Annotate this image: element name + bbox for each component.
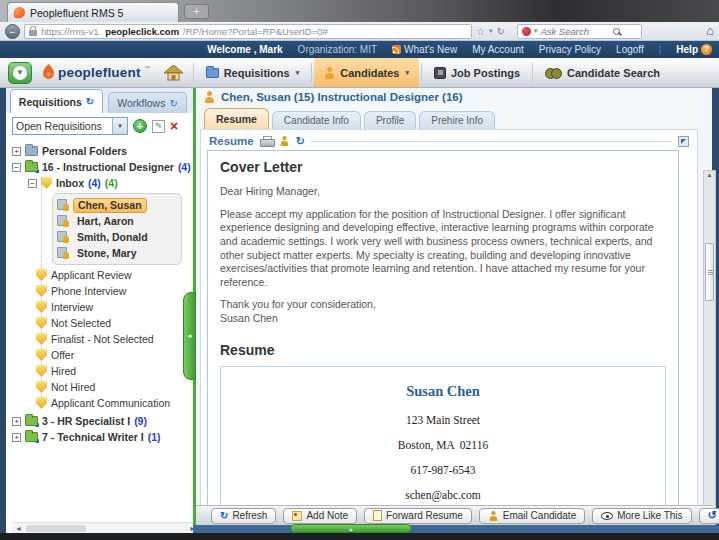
back-button[interactable]: ←	[5, 24, 20, 39]
whats-new-link[interactable]: What's New	[392, 44, 457, 55]
workflow-step-not-selected[interactable]: Not Selected	[36, 315, 193, 331]
url-path: /RP/Home?Portal=RP&UserID=0#	[183, 26, 328, 37]
help-link[interactable]: Help ?	[676, 44, 712, 55]
refresh-icon[interactable]: ↻	[86, 96, 94, 107]
page-body: Requisitions ↻ Workflows ↻ Open Requisit…	[0, 88, 719, 540]
workflow-step-offer[interactable]: Offer	[36, 347, 193, 363]
select-dropdown-icon[interactable]: ▾	[112, 118, 127, 134]
candidate-header-text: Chen, Susan (15) Instructional Designer …	[221, 91, 463, 103]
candidate-name[interactable]: Smith, Donald	[73, 231, 152, 244]
edit-button[interactable]: ✎	[152, 120, 165, 133]
tree-item-inbox[interactable]: − Inbox (4) (4)	[6, 175, 193, 191]
action-button-bar: ↻ Refresh Add Note Forward Resume Email …	[196, 505, 712, 525]
workflow-step-applicant-review[interactable]: Applicant Review	[36, 267, 193, 283]
nav-item-job-postings[interactable]: Job Postings	[424, 58, 530, 87]
main-vertical-scrollbar[interactable]: ▲ ▼	[703, 170, 716, 540]
attach-resume-icon[interactable]	[280, 136, 289, 146]
requisition-filter-select[interactable]: Open Requisitions ▾	[12, 117, 128, 135]
nav-home-button[interactable]	[164, 58, 183, 87]
more-like-this-button[interactable]: More Like This	[592, 508, 691, 524]
browser-tab[interactable]: Peoplefluent RMS 5	[7, 2, 179, 22]
delete-button[interactable]: ×	[170, 120, 178, 133]
undo-icon: ↺	[708, 509, 717, 522]
workflow-step-applicant-communication[interactable]: Applicant Communication	[36, 395, 193, 411]
sidebar-collapse-handle[interactable]: ◄	[183, 292, 196, 380]
refresh-resume-icon[interactable]: ↻	[296, 135, 305, 148]
search-icon[interactable]	[613, 28, 620, 35]
nav-item-candidate-search[interactable]: Candidate Search	[535, 58, 670, 87]
candidate-name[interactable]: Hart, Aaron	[73, 215, 138, 228]
nav-item-requisitions[interactable]: Requisitions ▾	[196, 58, 310, 87]
add-folder-button[interactable]: +	[133, 119, 147, 133]
scroll-up-icon[interactable]: ▲	[704, 172, 715, 178]
url-field[interactable]: https://rms-v1.peopleclick.com/RP/Home?P…	[24, 24, 472, 39]
workflow-step-finalist-not-selected[interactable]: Finalist - Not Selected	[36, 331, 193, 347]
expand-icon[interactable]: +	[12, 417, 21, 426]
candidate-row-smith-donald[interactable]: Smith, Donald	[57, 229, 177, 245]
search-input[interactable]	[540, 26, 610, 37]
print-icon[interactable]	[260, 136, 273, 147]
collapse-icon[interactable]: −	[12, 163, 21, 172]
forward-resume-button[interactable]: Forward Resume	[364, 508, 472, 524]
scroll-left-icon[interactable]: ◄	[15, 525, 22, 532]
candidate-search-label: Candidate Search	[567, 67, 660, 79]
tab-profile[interactable]: Profile	[364, 111, 416, 129]
step-label: Applicant Communication	[51, 397, 170, 409]
refresh-icon[interactable]: ↻	[169, 98, 177, 109]
workflow-step-interview[interactable]: Interview	[36, 299, 193, 315]
collapse-panel-icon[interactable]	[678, 136, 689, 147]
tab-candidate-info[interactable]: Candidate Info	[272, 111, 361, 129]
bookmark-star-icon[interactable]: ☆	[476, 26, 485, 37]
browser-search-box[interactable]: ▾	[517, 24, 642, 39]
candidate-row-chen-susan[interactable]: Chen, Susan	[57, 197, 177, 213]
logoff-link[interactable]: Logoff	[616, 44, 644, 55]
add-note-button[interactable]: Add Note	[283, 508, 357, 524]
candidate-row-hart-aaron[interactable]: Hart, Aaron	[57, 213, 177, 229]
nav-item-candidates[interactable]: Candidates ▾	[314, 58, 419, 87]
quick-action-button[interactable]: ▼	[8, 62, 32, 84]
workflow-step-icon	[36, 269, 47, 281]
workflow-step-icon	[41, 177, 52, 189]
scrollbar-thumb[interactable]	[26, 525, 86, 532]
privacy-policy-link[interactable]: Privacy Policy	[539, 44, 601, 55]
browser-window: Peoplefluent RMS 5 + ← https://rms-v1.pe…	[0, 0, 719, 540]
candidate-row-stone-mary[interactable]: Stone, Mary	[57, 245, 177, 261]
main-nav-bar: ▼ peoplefluent ™ Requisitions ▾ C	[0, 58, 719, 88]
my-account-link[interactable]: My Account	[472, 44, 524, 55]
workflow-step-phone-interview[interactable]: Phone Interview	[36, 283, 193, 299]
tree-item-personal-folders[interactable]: + Personal Folders	[6, 143, 193, 159]
divider	[311, 63, 312, 82]
resume-heading: Resume	[220, 342, 666, 358]
expand-icon[interactable]: +	[12, 147, 21, 156]
count-total: (4)	[105, 177, 118, 189]
cover-letter-closing: Thank you for your consideration,	[220, 298, 666, 312]
refresh-button[interactable]: ↻ Refresh	[211, 508, 276, 524]
tab-prehire-info[interactable]: Prehire Info	[419, 111, 495, 129]
reload-icon[interactable]: ↻	[496, 26, 504, 37]
search-engine-dropdown-icon[interactable]: ▾	[534, 27, 538, 35]
history-dropdown-icon[interactable]: ▾	[489, 27, 493, 35]
candidate-name-selected[interactable]: Chen, Susan	[73, 198, 147, 213]
bottom-collapse-handle[interactable]: ▲	[290, 524, 412, 533]
tree-item-requisition-3[interactable]: + 3 - HR Specialist I (9)	[6, 413, 193, 429]
tree-item-requisition-7[interactable]: + 7 - Technical Writer I (1)	[6, 429, 193, 445]
workflow-step-icon	[36, 317, 47, 329]
undo-last-move-button[interactable]: ↺ Undo Last Move	[699, 508, 719, 524]
candidate-name[interactable]: Stone, Mary	[73, 247, 141, 260]
resume-scroll-area[interactable]: Cover Letter Dear Hiring Manager, Please…	[207, 150, 679, 506]
expand-icon[interactable]: +	[12, 433, 21, 442]
new-tab-button[interactable]: +	[184, 4, 209, 19]
sidebar-horizontal-scrollbar[interactable]: ◄ ►	[12, 522, 199, 533]
divider	[421, 63, 422, 82]
collapse-icon[interactable]: −	[28, 179, 37, 188]
email-candidate-button[interactable]: Email Candidate	[479, 508, 585, 524]
workflow-step-hired[interactable]: Hired	[36, 363, 193, 379]
url-prefix: https://rms-v1.	[41, 26, 101, 37]
sidebar-tab-workflows[interactable]: Workflows ↻	[108, 92, 187, 113]
scrollbar-thumb[interactable]	[705, 243, 714, 301]
tab-resume[interactable]: Resume	[204, 108, 269, 129]
tree-item-requisition-16[interactable]: − 16 - Instructional Designer (4) (4)	[6, 159, 193, 175]
sidebar-tab-requisitions[interactable]: Requisitions ↻	[10, 89, 103, 113]
browser-home-icon[interactable]: ⌂	[706, 24, 714, 38]
workflow-step-not-hired[interactable]: Not Hired	[36, 379, 193, 395]
